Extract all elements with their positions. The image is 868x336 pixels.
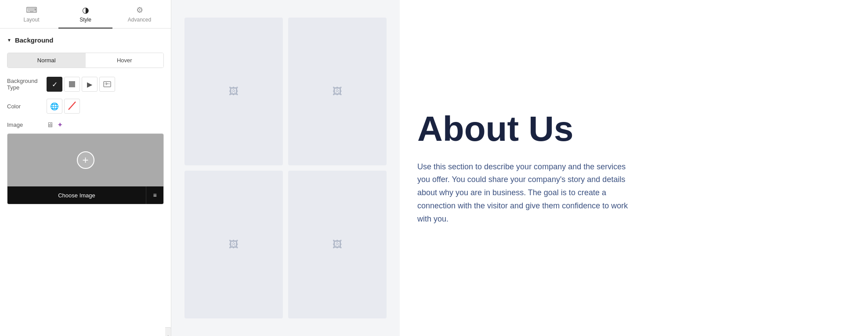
global-color-btn[interactable]: 🌐 xyxy=(47,99,62,114)
tab-layout-label: Layout xyxy=(23,17,39,23)
about-title: About Us xyxy=(417,111,842,147)
globe-icon: 🌐 xyxy=(50,102,59,111)
normal-hover-toggle: Normal Hover xyxy=(7,53,164,68)
choose-image-button[interactable]: Choose Image xyxy=(7,186,146,204)
advanced-icon: ⚙ xyxy=(136,6,143,14)
bg-type-controls: ✓ ▶ xyxy=(47,77,115,92)
tab-layout[interactable]: ⌨ Layout xyxy=(4,0,58,28)
image-icon-3: 🖼 xyxy=(229,239,239,250)
image-placeholder-3: 🖼 xyxy=(184,171,283,318)
classic-icon xyxy=(69,81,76,88)
bg-type-label: Background Type xyxy=(7,78,47,91)
image-placeholder-4: 🖼 xyxy=(288,171,387,318)
color-controls: 🌐 xyxy=(47,99,80,114)
image-row: Image 🖥 ✦ xyxy=(7,121,164,129)
database-icon: ≡ xyxy=(153,192,156,199)
tab-advanced-label: Advanced xyxy=(128,17,151,23)
tab-style[interactable]: ◑ Style xyxy=(58,0,112,28)
chevron-down-icon: ▼ xyxy=(7,38,11,43)
panel-content: ▼ Background Normal Hover Background Typ… xyxy=(0,29,171,336)
svg-rect-0 xyxy=(69,81,75,87)
bg-type-none-btn[interactable]: ✓ xyxy=(47,77,62,92)
color-row: Color 🌐 xyxy=(7,99,164,114)
normal-toggle-btn[interactable]: Normal xyxy=(7,53,86,68)
hover-toggle-btn[interactable]: Hover xyxy=(86,53,164,68)
canvas-area: 🖼 🖼 🖼 🖼 About Us Use this section to des… xyxy=(171,0,868,336)
background-section-header: ▼ Background xyxy=(7,36,164,44)
image-upload-area: + Choose Image ≡ xyxy=(7,133,164,204)
image-placeholder-1: 🖼 xyxy=(184,18,283,165)
about-body: Use this section to describe your compan… xyxy=(417,161,637,225)
image-icon-controls: 🖥 ✦ xyxy=(47,121,63,129)
layout-icon: ⌨ xyxy=(26,6,37,14)
about-section: About Us Use this section to describe yo… xyxy=(400,0,868,336)
bg-type-color-btn[interactable] xyxy=(64,77,80,92)
monitor-icon: 🖥 xyxy=(47,121,54,129)
bg-type-video-btn[interactable]: ▶ xyxy=(82,77,98,92)
settings-panel: ⌨ Layout ◑ Style ⚙ Advanced ▼ Background… xyxy=(0,0,171,336)
bg-type-slideshow-btn[interactable] xyxy=(99,77,115,92)
tab-bar: ⌨ Layout ◑ Style ⚙ Advanced xyxy=(0,0,171,29)
add-image-icon: + xyxy=(77,151,94,169)
tab-style-label: Style xyxy=(80,17,91,23)
image-placeholder-2: 🖼 xyxy=(288,18,387,165)
image-icon-2: 🖼 xyxy=(333,86,342,97)
image-icon-1: 🖼 xyxy=(229,86,239,97)
checkmark-icon: ✓ xyxy=(52,80,58,89)
image-library-btn[interactable]: ≡ xyxy=(146,186,163,204)
color-picker-btn[interactable] xyxy=(64,99,80,114)
panel-collapse-handle[interactable]: ‹ xyxy=(165,327,171,336)
video-icon: ▶ xyxy=(87,80,92,89)
tab-advanced[interactable]: ⚙ Advanced xyxy=(112,0,166,28)
bg-type-row: Background Type ✓ ▶ xyxy=(7,77,164,92)
style-icon: ◑ xyxy=(82,6,89,14)
svg-rect-1 xyxy=(104,82,111,87)
magic-icon: ✦ xyxy=(57,121,63,129)
image-icon-4: 🖼 xyxy=(333,239,342,250)
svg-line-3 xyxy=(69,102,76,110)
canvas-inner: 🖼 🖼 🖼 🖼 About Us Use this section to des… xyxy=(171,0,868,336)
image-choose-bar: Choose Image ≡ xyxy=(7,186,163,204)
image-grid-section: 🖼 🖼 🖼 🖼 xyxy=(171,0,400,336)
image-preview[interactable]: + xyxy=(7,134,163,186)
background-section-title: Background xyxy=(15,36,54,44)
color-label: Color xyxy=(7,103,47,110)
slash-icon xyxy=(66,100,78,112)
slideshow-icon xyxy=(103,81,111,88)
image-label: Image xyxy=(7,122,47,128)
